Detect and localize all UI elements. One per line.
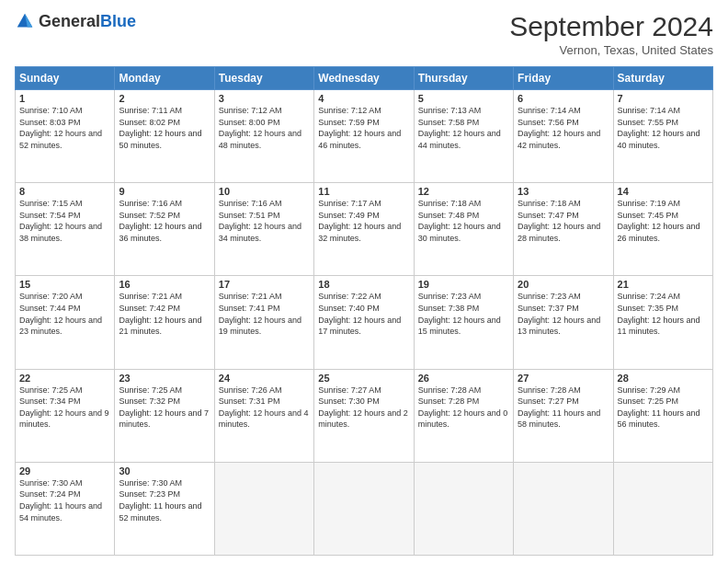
table-row: 5Sunrise: 7:13 AMSunset: 7:58 PMDaylight…: [414, 90, 513, 183]
day-info: Sunrise: 7:18 AMSunset: 7:48 PMDaylight:…: [418, 198, 509, 244]
logo: GeneralBlue: [15, 11, 136, 31]
day-number: 5: [418, 93, 509, 104]
day-number: 9: [119, 186, 210, 197]
table-row: [514, 462, 613, 555]
day-number: 20: [518, 279, 609, 290]
day-info: Sunrise: 7:13 AMSunset: 7:58 PMDaylight:…: [418, 105, 509, 151]
day-info: Sunrise: 7:23 AMSunset: 7:38 PMDaylight:…: [418, 291, 509, 337]
day-info: Sunrise: 7:25 AMSunset: 7:34 PMDaylight:…: [19, 385, 110, 431]
day-info: Sunrise: 7:12 AMSunset: 8:00 PMDaylight:…: [219, 105, 310, 151]
day-info: Sunrise: 7:18 AMSunset: 7:47 PMDaylight:…: [518, 198, 609, 244]
day-info: Sunrise: 7:14 AMSunset: 7:56 PMDaylight:…: [518, 105, 609, 151]
table-row: 6Sunrise: 7:14 AMSunset: 7:56 PMDaylight…: [514, 90, 613, 183]
month-year: September 2024: [509, 11, 713, 41]
table-row: [613, 462, 712, 555]
day-number: 8: [19, 186, 110, 197]
day-number: 17: [219, 279, 310, 290]
day-info: Sunrise: 7:14 AMSunset: 7:55 PMDaylight:…: [618, 105, 709, 151]
day-number: 28: [618, 373, 709, 384]
table-row: 24Sunrise: 7:26 AMSunset: 7:31 PMDayligh…: [214, 369, 313, 462]
day-number: 21: [618, 279, 709, 290]
table-row: 2Sunrise: 7:11 AMSunset: 8:02 PMDaylight…: [115, 90, 214, 183]
calendar-row: 29Sunrise: 7:30 AMSunset: 7:24 PMDayligh…: [16, 462, 713, 555]
day-info: Sunrise: 7:15 AMSunset: 7:54 PMDaylight:…: [19, 198, 110, 244]
table-row: [214, 462, 313, 555]
day-info: Sunrise: 7:12 AMSunset: 7:59 PMDaylight:…: [318, 105, 409, 151]
day-info: Sunrise: 7:16 AMSunset: 7:52 PMDaylight:…: [119, 198, 210, 244]
col-friday: Friday: [514, 67, 613, 90]
table-row: 18Sunrise: 7:22 AMSunset: 7:40 PMDayligh…: [314, 276, 414, 369]
calendar-row: 8Sunrise: 7:15 AMSunset: 7:54 PMDaylight…: [16, 183, 713, 276]
day-number: 18: [318, 279, 409, 290]
table-row: 9Sunrise: 7:16 AMSunset: 7:52 PMDaylight…: [115, 183, 214, 276]
day-info: Sunrise: 7:23 AMSunset: 7:37 PMDaylight:…: [518, 291, 609, 337]
day-number: 2: [119, 93, 210, 104]
col-thursday: Thursday: [414, 67, 513, 90]
day-info: Sunrise: 7:28 AMSunset: 7:28 PMDaylight:…: [418, 385, 509, 431]
header: GeneralBlue September 2024 Vernon, Texas…: [15, 11, 713, 57]
main-container: GeneralBlue September 2024 Vernon, Texas…: [0, 0, 728, 563]
table-row: 13Sunrise: 7:18 AMSunset: 7:47 PMDayligh…: [514, 183, 613, 276]
day-number: 6: [518, 93, 609, 104]
table-row: 19Sunrise: 7:23 AMSunset: 7:38 PMDayligh…: [414, 276, 513, 369]
table-row: 26Sunrise: 7:28 AMSunset: 7:28 PMDayligh…: [414, 369, 513, 462]
day-number: 4: [318, 93, 409, 104]
day-info: Sunrise: 7:20 AMSunset: 7:44 PMDaylight:…: [19, 291, 110, 337]
location: Vernon, Texas, United States: [509, 43, 713, 57]
table-row: 23Sunrise: 7:25 AMSunset: 7:32 PMDayligh…: [115, 369, 214, 462]
table-row: 8Sunrise: 7:15 AMSunset: 7:54 PMDaylight…: [16, 183, 115, 276]
day-info: Sunrise: 7:30 AMSunset: 7:24 PMDaylight:…: [19, 477, 110, 523]
table-row: 16Sunrise: 7:21 AMSunset: 7:42 PMDayligh…: [115, 276, 214, 369]
table-row: 21Sunrise: 7:24 AMSunset: 7:35 PMDayligh…: [613, 276, 712, 369]
day-info: Sunrise: 7:17 AMSunset: 7:49 PMDaylight:…: [318, 198, 409, 244]
day-info: Sunrise: 7:29 AMSunset: 7:25 PMDaylight:…: [618, 385, 709, 431]
table-row: 25Sunrise: 7:27 AMSunset: 7:30 PMDayligh…: [314, 369, 414, 462]
table-row: 4Sunrise: 7:12 AMSunset: 7:59 PMDaylight…: [314, 90, 414, 183]
day-number: 7: [618, 93, 709, 104]
day-info: Sunrise: 7:10 AMSunset: 8:03 PMDaylight:…: [19, 105, 110, 151]
day-number: 27: [518, 373, 609, 384]
logo-icon: [15, 11, 35, 31]
col-saturday: Saturday: [613, 67, 712, 90]
day-info: Sunrise: 7:24 AMSunset: 7:35 PMDaylight:…: [618, 291, 709, 337]
day-info: Sunrise: 7:27 AMSunset: 7:30 PMDaylight:…: [318, 385, 409, 431]
table-row: 12Sunrise: 7:18 AMSunset: 7:48 PMDayligh…: [414, 183, 513, 276]
table-row: 15Sunrise: 7:20 AMSunset: 7:44 PMDayligh…: [16, 276, 115, 369]
table-row: [414, 462, 513, 555]
table-row: 3Sunrise: 7:12 AMSunset: 8:00 PMDaylight…: [214, 90, 313, 183]
day-number: 19: [418, 279, 509, 290]
logo-blue: Blue: [100, 12, 136, 30]
day-info: Sunrise: 7:16 AMSunset: 7:51 PMDaylight:…: [219, 198, 310, 244]
col-tuesday: Tuesday: [214, 67, 313, 90]
col-sunday: Sunday: [16, 67, 115, 90]
day-number: 11: [318, 186, 409, 197]
table-row: 28Sunrise: 7:29 AMSunset: 7:25 PMDayligh…: [613, 369, 712, 462]
col-wednesday: Wednesday: [314, 67, 414, 90]
table-row: 14Sunrise: 7:19 AMSunset: 7:45 PMDayligh…: [613, 183, 712, 276]
calendar-header-row: Sunday Monday Tuesday Wednesday Thursday…: [16, 67, 713, 90]
table-row: 20Sunrise: 7:23 AMSunset: 7:37 PMDayligh…: [514, 276, 613, 369]
day-info: Sunrise: 7:11 AMSunset: 8:02 PMDaylight:…: [119, 105, 210, 151]
calendar-row: 15Sunrise: 7:20 AMSunset: 7:44 PMDayligh…: [16, 276, 713, 369]
day-number: 29: [19, 465, 110, 477]
day-number: 1: [19, 93, 110, 104]
day-number: 12: [418, 186, 509, 197]
day-number: 13: [518, 186, 609, 197]
day-info: Sunrise: 7:28 AMSunset: 7:27 PMDaylight:…: [518, 385, 609, 431]
logo-general: General: [39, 12, 100, 30]
table-row: 29Sunrise: 7:30 AMSunset: 7:24 PMDayligh…: [16, 462, 115, 555]
day-number: 22: [19, 373, 110, 384]
day-number: 10: [219, 186, 310, 197]
day-info: Sunrise: 7:21 AMSunset: 7:42 PMDaylight:…: [119, 291, 210, 337]
calendar-row: 1Sunrise: 7:10 AMSunset: 8:03 PMDaylight…: [16, 90, 713, 183]
table-row: 17Sunrise: 7:21 AMSunset: 7:41 PMDayligh…: [214, 276, 313, 369]
table-row: 1Sunrise: 7:10 AMSunset: 8:03 PMDaylight…: [16, 90, 115, 183]
day-info: Sunrise: 7:25 AMSunset: 7:32 PMDaylight:…: [119, 385, 210, 431]
day-number: 26: [418, 373, 509, 384]
table-row: 30Sunrise: 7:30 AMSunset: 7:23 PMDayligh…: [115, 462, 214, 555]
day-number: 14: [618, 186, 709, 197]
day-number: 3: [219, 93, 310, 104]
table-row: 27Sunrise: 7:28 AMSunset: 7:27 PMDayligh…: [514, 369, 613, 462]
day-info: Sunrise: 7:26 AMSunset: 7:31 PMDaylight:…: [219, 385, 310, 431]
day-number: 30: [119, 465, 210, 477]
